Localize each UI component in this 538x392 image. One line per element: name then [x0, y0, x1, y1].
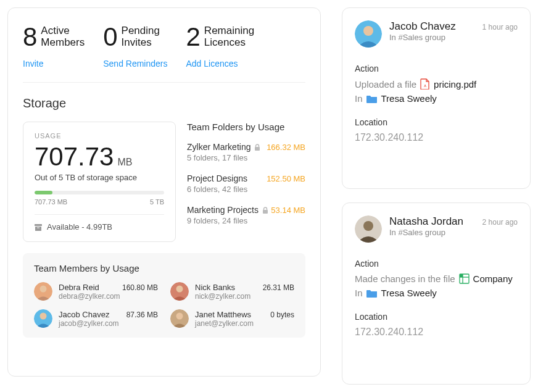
lock-icon — [262, 206, 268, 214]
svg-text:A: A — [424, 84, 426, 88]
storage-title: Storage — [23, 96, 305, 111]
invite-link[interactable]: Invite — [23, 59, 85, 69]
folder-meta: 5 folders, 17 files — [187, 153, 305, 162]
member-size: 160.80 MB — [122, 283, 158, 292]
stat-remaining: 2 Remaining Licences Add Licences — [186, 24, 255, 69]
member-email: jacob@zylker.com — [59, 319, 158, 328]
usage-card: USAGE 707.73 MB Out of 5 TB of storage s… — [23, 122, 176, 242]
action-label: Action — [355, 64, 518, 73]
folder-name[interactable]: Tresa Sweely — [381, 93, 437, 104]
action-text: Made changes in the file — [355, 273, 455, 284]
pending-label2: Invites — [122, 37, 160, 49]
action-label: Action — [355, 259, 518, 269]
activity-user-name: Jacob Chavez — [389, 20, 456, 33]
action-text: Uploaded a file — [355, 79, 416, 90]
svg-rect-21 — [460, 274, 463, 277]
activity-group: In #Sales group — [389, 33, 518, 42]
usage-subtitle: Out of 5 TB of storage space — [35, 173, 164, 182]
progress-left-label: 707.73 MB — [35, 198, 67, 206]
folder-name: Zylker Marketing — [187, 142, 250, 152]
activity-time: 1 hour ago — [482, 23, 518, 31]
pending-label1: Pending — [122, 25, 160, 37]
folder-size: 166.32 MB — [267, 143, 305, 152]
member-row[interactable]: Nick Banks 26.31 MB nick@zylker.com — [170, 282, 294, 301]
activity-card: Natasha Jordan 2 hour ago In #Sales grou… — [342, 202, 531, 385]
pending-count: 0 — [103, 24, 117, 50]
member-name: Nick Banks — [195, 283, 235, 292]
activity-card: Jacob Chavez 1 hour ago In #Sales group … — [342, 7, 531, 189]
svg-rect-4 — [263, 210, 268, 214]
folder-name[interactable]: Tresa Sweely — [381, 288, 437, 298]
progress-fill — [35, 191, 52, 194]
svg-point-6 — [40, 286, 47, 293]
remaining-label2: Licences — [204, 37, 254, 49]
avatar — [34, 309, 52, 328]
location-value: 172.30.240.112 — [355, 132, 518, 143]
stats-row: 8 Active Members Invite 0 Pending Invite… — [23, 24, 305, 83]
members-card: Team Members by Usage Debra Reid 160.80 … — [23, 253, 305, 338]
stat-active: 8 Active Members Invite — [23, 24, 85, 69]
svg-point-17 — [363, 221, 373, 231]
active-label1: Active — [41, 25, 85, 37]
folder-size: 53.14 MB — [271, 206, 305, 215]
member-size: 26.31 MB — [263, 283, 294, 292]
pdf-icon: A — [420, 78, 430, 90]
activity-group: In #Sales group — [389, 228, 518, 237]
folder-icon — [366, 288, 378, 298]
storage-progress — [35, 191, 164, 194]
folders-column: Team Folders by Usage Zylker Marketing 1… — [187, 122, 305, 242]
in-label: In — [355, 93, 363, 104]
usage-unit: MB — [117, 157, 132, 168]
member-email: nick@zylker.com — [195, 292, 294, 301]
file-name[interactable]: Company — [473, 273, 513, 284]
folder-item[interactable]: Project Designs 152.50 MB 6 folders, 42 … — [187, 173, 305, 194]
member-name: Debra Reid — [59, 283, 99, 292]
stat-pending: 0 Pending Invites Send Reminders — [103, 24, 167, 69]
activity-user-name: Natasha Jordan — [389, 215, 463, 228]
lock-icon — [254, 143, 260, 151]
svg-point-12 — [176, 313, 183, 320]
member-name: Jacob Chavez — [59, 310, 109, 319]
active-label2: Members — [41, 37, 85, 49]
member-row[interactable]: Debra Reid 160.80 MB debra@zylker.com — [34, 282, 158, 301]
file-name[interactable]: pricing.pdf — [434, 79, 476, 90]
location-label: Location — [355, 117, 518, 127]
member-row[interactable]: Janet Matthews 0 bytes janet@zylker.com — [170, 309, 294, 328]
location-value: 172.30.240.112 — [355, 327, 518, 338]
avatar — [170, 309, 189, 328]
svg-point-8 — [176, 286, 183, 293]
folder-name: Project Designs — [187, 173, 247, 183]
member-email: debra@zylker.com — [59, 292, 158, 301]
remaining-label1: Remaining — [204, 25, 254, 37]
progress-right-label: 5 TB — [150, 198, 164, 206]
activity-time: 2 hour ago — [482, 218, 518, 227]
available-text: Available - 4.99TB — [47, 222, 112, 231]
member-row[interactable]: Jacob Chavez 87.36 MB jacob@zylker.com — [34, 309, 158, 328]
folder-meta: 9 folders, 24 files — [187, 216, 305, 225]
avatar — [355, 20, 382, 48]
send-reminders-link[interactable]: Send Reminders — [103, 59, 167, 69]
archive-icon — [35, 223, 42, 230]
avatar — [355, 215, 382, 243]
avatar — [34, 282, 52, 301]
spreadsheet-icon — [459, 273, 470, 284]
svg-rect-2 — [37, 228, 39, 228]
member-size: 87.36 MB — [126, 311, 158, 319]
folder-icon — [366, 94, 378, 103]
svg-rect-0 — [35, 224, 42, 226]
member-size: 0 bytes — [270, 311, 294, 319]
svg-rect-1 — [35, 227, 41, 231]
in-label: In — [355, 288, 363, 298]
usage-value: 707.73 — [35, 142, 114, 172]
dashboard-card: 8 Active Members Invite 0 Pending Invite… — [7, 7, 321, 377]
folder-meta: 6 folders, 42 files — [187, 185, 305, 194]
svg-point-10 — [40, 313, 47, 320]
folder-item[interactable]: Zylker Marketing 166.32 MB 5 folders, 17… — [187, 142, 305, 162]
members-title: Team Members by Usage — [34, 263, 294, 273]
avatar — [170, 282, 189, 301]
add-licences-link[interactable]: Add Licences — [186, 59, 255, 69]
folder-item[interactable]: Marketing Projects 53.14 MB 9 folders, 2… — [187, 205, 305, 225]
location-label: Location — [355, 312, 518, 322]
svg-rect-3 — [255, 147, 260, 151]
remaining-count: 2 — [186, 24, 201, 50]
